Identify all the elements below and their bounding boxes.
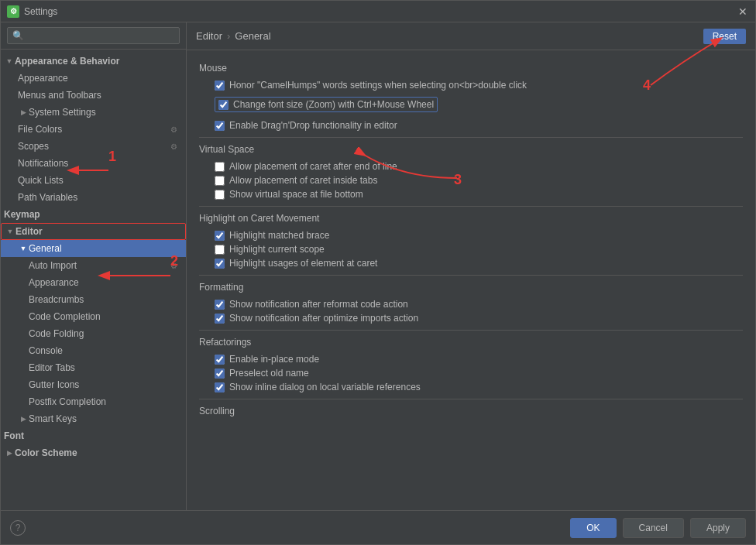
preselect-name-label[interactable]: Preselect old name <box>229 368 309 379</box>
sidebar-item-label: System Settings <box>29 107 180 118</box>
sidebar-item-label: Appearance <box>29 277 180 288</box>
sidebar-item-system-settings[interactable]: ▶ System Settings <box>1 104 186 121</box>
notif-reformat-checkbox[interactable] <box>215 300 225 310</box>
sidebar-item-notifications[interactable]: Notifications 1 <box>1 155 186 172</box>
expand-arrow: ▶ <box>18 107 29 118</box>
notif-reformat-label[interactable]: Show notification after reformat code ac… <box>229 299 408 310</box>
sidebar-item-editor[interactable]: ▼ Editor <box>1 223 186 240</box>
sidebar-item-appearance-behavior[interactable]: ▼ Appearance & Behavior <box>1 53 186 70</box>
search-input[interactable] <box>7 27 180 44</box>
sidebar-item-editor-tabs[interactable]: Editor Tabs <box>1 359 186 376</box>
sidebar-item-font[interactable]: Font <box>1 427 186 444</box>
sidebar-item-appearance[interactable]: Appearance <box>1 70 186 87</box>
highlight-scope-label[interactable]: Highlight current scope <box>229 244 325 255</box>
caret-end-row: Allow placement of caret after end of li… <box>215 161 743 172</box>
sidebar-item-gutter-icons[interactable]: Gutter Icons <box>1 376 186 393</box>
sidebar-item-breadcrumbs[interactable]: Breadcrumbs <box>1 291 186 308</box>
sidebar-tree: ▼ Appearance & Behavior Appearance Menus… <box>1 50 186 510</box>
virtual-space-label[interactable]: Show virtual space at file bottom <box>229 189 363 200</box>
close-button[interactable]: ✕ <box>737 5 749 18</box>
sidebar-item-smart-keys[interactable]: ▶ Smart Keys <box>1 410 186 427</box>
sidebar-item-postfix-completion[interactable]: Postfix Completion <box>1 393 186 410</box>
caret-tabs-checkbox[interactable] <box>215 176 225 186</box>
sidebar-item-label: General <box>29 243 180 254</box>
expand-arrow: ▼ <box>4 56 15 67</box>
sidebar-item-console[interactable]: Console <box>1 342 186 359</box>
drag-drop-checkbox[interactable] <box>215 121 225 131</box>
apply-button[interactable]: Apply <box>690 518 746 538</box>
inline-dialog-row: Show inline dialog on local variable ref… <box>215 382 743 392</box>
expand-arrow: ▶ <box>18 413 29 424</box>
notif-optimize-checkbox[interactable] <box>215 314 225 324</box>
sidebar-item-file-colors[interactable]: File Colors ⚙ <box>1 121 186 138</box>
sidebar-item-label: Path Variables <box>18 192 180 203</box>
sidebar-item-scopes[interactable]: Scopes ⚙ <box>1 138 186 155</box>
sidebar-item-label: Breadcrumbs <box>29 294 180 305</box>
inplace-mode-label[interactable]: Enable in-place mode <box>229 354 319 365</box>
preselect-name-row: Preselect old name <box>215 368 743 379</box>
sidebar-item-label: Color Scheme <box>15 447 180 458</box>
titlebar: ⚙ Settings ✕ <box>1 1 755 22</box>
sidebar-item-label: Menus and Toolbars <box>18 90 180 101</box>
expand-arrow: ▼ <box>5 226 15 237</box>
breadcrumb-general: General <box>235 30 270 42</box>
highlight-brace-row: Highlight matched brace <box>215 230 743 241</box>
bottom-bar: ? OK Cancel Apply <box>1 510 755 544</box>
inline-dialog-label[interactable]: Show inline dialog on local variable ref… <box>229 382 421 392</box>
sidebar-item-label: Smart Keys <box>29 413 180 424</box>
sidebar-item-editor-appearance[interactable]: Appearance <box>1 274 186 291</box>
mouse-section-title: Mouse <box>199 63 743 74</box>
highlight-usages-checkbox[interactable] <box>215 259 225 269</box>
ctrl-zoom-checkbox[interactable] <box>218 100 229 110</box>
sidebar-item-label: Gutter Icons <box>29 379 180 390</box>
sidebar-item-code-completion[interactable]: Code Completion <box>1 308 186 325</box>
sidebar-item-code-folding[interactable]: Code Folding <box>1 325 186 342</box>
highlight-scope-checkbox[interactable] <box>215 245 225 255</box>
highlight-scope-row: Highlight current scope <box>215 244 743 255</box>
camel-humps-label[interactable]: Honor "CamelHumps" words settings when s… <box>229 80 527 91</box>
virtual-space-section: Allow placement of caret after end of li… <box>199 161 743 200</box>
ok-button[interactable]: OK <box>570 518 616 538</box>
formatting-section: Show notification after reformat code ac… <box>199 299 743 324</box>
preselect-name-checkbox[interactable] <box>215 368 225 379</box>
sidebar-item-auto-import[interactable]: Auto Import ⚙ <box>1 257 186 274</box>
ctrl-zoom-label[interactable]: Change font size (Zoom) with Ctrl+Mouse … <box>233 99 434 110</box>
drag-drop-label[interactable]: Enable Drag'n'Drop functionality in edit… <box>229 120 397 131</box>
sidebar-item-path-variables[interactable]: Path Variables <box>1 189 186 206</box>
highlight-brace-label[interactable]: Highlight matched brace <box>229 230 329 241</box>
sidebar-item-label: Notifications <box>18 158 180 169</box>
highlight-usages-label[interactable]: Highlight usages of element at caret <box>229 258 377 269</box>
formatting-title: Formatting <box>199 282 743 293</box>
expand-arrow: ▼ <box>18 243 29 254</box>
sidebar-item-color-scheme[interactable]: ▶ Color Scheme <box>1 444 186 461</box>
panel-body: Mouse Honor "CamelHumps" words settings … <box>187 50 755 510</box>
main-content: ▼ Appearance & Behavior Appearance Menus… <box>1 22 755 510</box>
caret-tabs-label[interactable]: Allow placement of caret inside tabs <box>229 175 377 186</box>
refactorings-title: Refactorings <box>199 337 743 348</box>
refactorings-section: Enable in-place mode Preselect old name … <box>199 354 743 392</box>
settings-icon: ⚙ <box>167 259 180 272</box>
sidebar-item-label: Scopes <box>18 141 164 152</box>
inplace-mode-row: Enable in-place mode <box>215 354 743 365</box>
camel-humps-checkbox[interactable] <box>215 81 225 91</box>
help-button[interactable]: ? <box>10 520 26 536</box>
sidebar: ▼ Appearance & Behavior Appearance Menus… <box>1 22 187 510</box>
sidebar-item-label: Keymap <box>4 209 180 220</box>
cancel-button[interactable]: Cancel <box>623 518 684 538</box>
window-title: Settings <box>24 6 737 17</box>
reset-button[interactable]: Reset <box>703 29 746 44</box>
sidebar-item-quick-lists[interactable]: Quick Lists <box>1 172 186 189</box>
inplace-mode-checkbox[interactable] <box>215 355 225 365</box>
sidebar-item-label: Appearance <box>18 73 180 84</box>
sidebar-item-general[interactable]: ▼ General <box>1 240 186 257</box>
notif-optimize-label[interactable]: Show notification after optimize imports… <box>229 313 418 324</box>
caret-end-label[interactable]: Allow placement of caret after end of li… <box>229 161 397 172</box>
highlight-brace-checkbox[interactable] <box>215 231 225 241</box>
sidebar-item-menus-toolbars[interactable]: Menus and Toolbars <box>1 87 186 104</box>
search-box <box>1 22 186 50</box>
caret-end-checkbox[interactable] <box>215 162 225 172</box>
help-area: ? <box>10 520 26 536</box>
inline-dialog-checkbox[interactable] <box>215 382 225 392</box>
virtual-space-checkbox[interactable] <box>215 190 225 200</box>
sidebar-item-keymap[interactable]: Keymap <box>1 206 186 223</box>
